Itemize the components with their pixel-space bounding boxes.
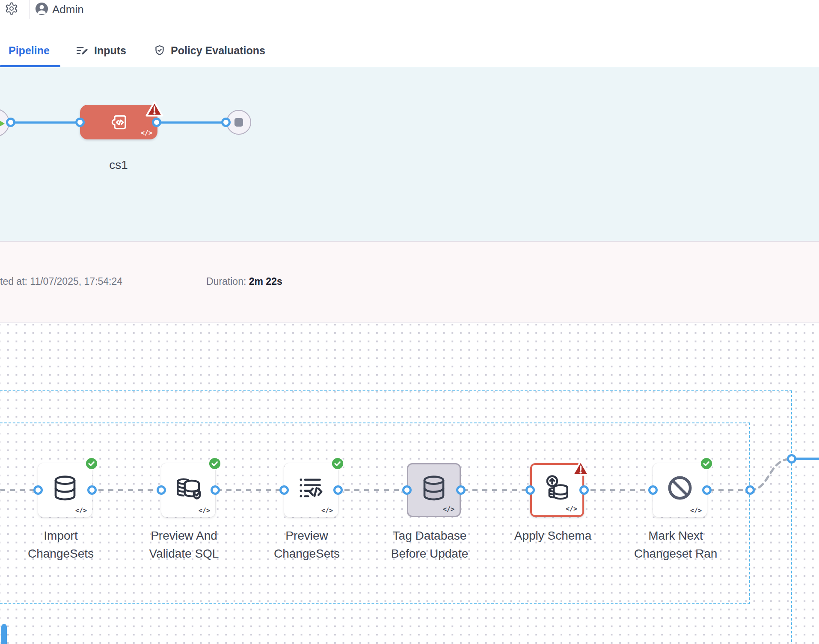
stage-label: Apply Schema bbox=[508, 527, 598, 545]
inner-group-border bbox=[0, 422, 750, 604]
port bbox=[456, 485, 466, 495]
stage-canvas[interactable]: </> bbox=[0, 323, 819, 644]
top-bar: Admin bbox=[0, 0, 819, 31]
port bbox=[152, 118, 161, 127]
stage-node-preview-changesets[interactable]: </> bbox=[284, 463, 338, 517]
app-window: Admin Pipeline Inputs Policy Evaluations bbox=[0, 0, 819, 644]
port bbox=[579, 485, 589, 495]
port bbox=[87, 485, 97, 495]
port bbox=[648, 485, 658, 495]
duration-label: Duration: bbox=[206, 276, 246, 287]
code-badge-glyph: </> bbox=[199, 507, 210, 514]
ban-icon bbox=[666, 474, 694, 502]
tab-policy-evaluations[interactable]: Policy Evaluations bbox=[171, 44, 265, 57]
success-check-icon bbox=[85, 457, 98, 470]
plugin-code-icon bbox=[108, 112, 130, 133]
upload-database-icon bbox=[543, 474, 571, 502]
database-check-icon bbox=[174, 474, 202, 502]
list-code-icon bbox=[297, 474, 325, 502]
stage-node-apply-schema[interactable]: </> bbox=[530, 463, 584, 517]
code-badge-glyph: </> bbox=[443, 505, 454, 513]
user-avatar-icon[interactable] bbox=[34, 1, 49, 16]
started-at-text: ted at: 11/07/2025, 17:54:24 bbox=[0, 276, 122, 287]
port bbox=[221, 118, 231, 127]
stage-label: Mark Next Changeset Ran bbox=[631, 527, 721, 563]
admin-user-label[interactable]: Admin bbox=[52, 3, 84, 16]
port bbox=[525, 485, 535, 495]
success-check-icon bbox=[331, 457, 344, 470]
pipeline-overview-panel[interactable]: </> cs1 bbox=[0, 67, 819, 241]
port bbox=[702, 485, 712, 495]
port bbox=[333, 485, 343, 495]
tab-inputs[interactable]: Inputs bbox=[94, 44, 126, 57]
scroll-indicator[interactable] bbox=[1, 624, 7, 644]
success-check-icon bbox=[208, 457, 222, 470]
tabs-bar: Pipeline Inputs Policy Evaluations bbox=[0, 31, 819, 67]
port bbox=[402, 485, 412, 495]
stage-label: Preview ChangeSets bbox=[262, 527, 352, 563]
warning-badge-icon bbox=[145, 100, 164, 118]
database-filled-icon bbox=[420, 474, 448, 502]
code-badge-glyph: </> bbox=[690, 507, 702, 514]
port bbox=[6, 118, 15, 127]
port bbox=[787, 454, 796, 464]
play-icon bbox=[0, 120, 5, 127]
port bbox=[75, 118, 85, 127]
node-cs1-label: cs1 bbox=[97, 158, 140, 172]
port bbox=[279, 485, 289, 495]
code-badge-glyph: </> bbox=[566, 505, 577, 513]
success-check-icon bbox=[700, 457, 713, 470]
tab-pipeline[interactable]: Pipeline bbox=[9, 44, 50, 57]
duration-text: Duration: 2m 22s bbox=[206, 276, 282, 287]
stage-label: Import ChangeSets bbox=[16, 527, 106, 563]
code-badge-glyph: </> bbox=[141, 129, 152, 137]
policy-shield-check-icon bbox=[153, 44, 166, 57]
duration-value: 2m 22s bbox=[249, 276, 282, 287]
edge-cs1-to-end bbox=[157, 121, 226, 124]
stage-label: Preview And Validate SQL bbox=[139, 527, 229, 563]
stage-node-mark-next-changeset[interactable]: </> bbox=[653, 463, 707, 517]
stage-node-import-changesets[interactable]: </> bbox=[38, 463, 92, 517]
stage-connector-line bbox=[0, 489, 750, 491]
warning-badge-icon bbox=[571, 460, 590, 477]
settings-gear-icon[interactable] bbox=[5, 2, 18, 15]
inputs-edit-icon bbox=[75, 44, 88, 57]
port bbox=[745, 485, 755, 495]
code-badge-glyph: </> bbox=[75, 507, 87, 514]
code-badge-glyph: </> bbox=[321, 507, 333, 514]
database-icon bbox=[51, 474, 79, 502]
port bbox=[211, 485, 220, 495]
edge-start-to-cs1 bbox=[11, 121, 80, 124]
port bbox=[157, 485, 166, 495]
topbar-divider bbox=[30, 0, 30, 19]
stage-label: Tag Database Before Update bbox=[385, 527, 475, 563]
stage-node-tag-database[interactable]: </> bbox=[407, 463, 461, 517]
stop-icon bbox=[234, 118, 243, 127]
stage-node-preview-validate-sql[interactable]: </> bbox=[161, 463, 215, 517]
run-status-bar: ted at: 11/07/2025, 17:54:24 Duration: 2… bbox=[0, 242, 819, 323]
port bbox=[33, 485, 43, 495]
